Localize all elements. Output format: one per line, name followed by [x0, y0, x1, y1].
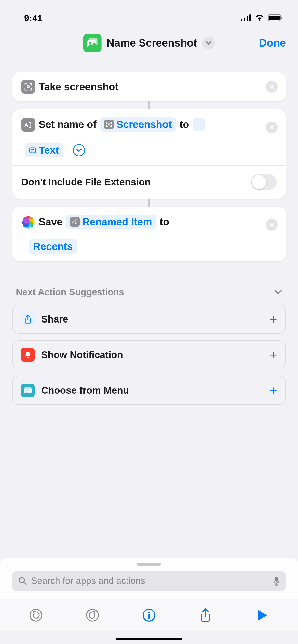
share-icon: [200, 608, 211, 623]
delete-action-button[interactable]: [266, 81, 278, 93]
svg-point-30: [30, 609, 42, 621]
variable-screenshot[interactable]: Screenshot: [100, 117, 176, 132]
add-suggestion-button[interactable]: +: [270, 312, 277, 327]
option-label: Don't Include File Extension: [21, 177, 151, 188]
add-suggestion-button[interactable]: +: [270, 383, 277, 398]
action-text: to: [160, 216, 169, 228]
action-text: Set name of: [39, 119, 97, 130]
search-field[interactable]: Search for apps and actions: [12, 571, 286, 591]
share-button[interactable]: [198, 608, 213, 623]
menu-icon: [21, 384, 35, 397]
delete-action-button[interactable]: [266, 122, 278, 133]
suggestion-label: Choose from Menu: [41, 385, 263, 396]
rename-token-icon: A: [70, 217, 80, 227]
suggestion-notification[interactable]: Show Notification +: [12, 340, 286, 369]
header: Name Screenshot Done: [0, 25, 298, 61]
header-title-group[interactable]: Name Screenshot: [83, 34, 215, 52]
close-icon: [269, 125, 274, 130]
suggestion-label: Show Notification: [41, 349, 263, 360]
option-file-extension: Don't Include File Extension: [12, 166, 286, 199]
text-token-icon: [29, 147, 36, 154]
variable-renamed-item[interactable]: A Renamed Item: [66, 215, 156, 229]
svg-rect-3: [249, 14, 251, 21]
svg-text:A: A: [72, 220, 74, 224]
run-button[interactable]: [254, 608, 270, 623]
svg-point-9: [89, 42, 91, 44]
variable-label: Text: [39, 144, 59, 156]
photos-icon: [21, 215, 35, 229]
undo-button[interactable]: [28, 608, 44, 623]
svg-rect-5: [269, 16, 280, 20]
svg-rect-16: [30, 148, 36, 153]
search-placeholder: Search for apps and actions: [31, 576, 269, 586]
battery-icon: [268, 14, 283, 21]
svg-rect-6: [281, 17, 282, 19]
title-chevron-button[interactable]: [202, 37, 215, 49]
search-icon: [18, 577, 27, 585]
file-extension-toggle[interactable]: [251, 174, 277, 190]
suggestions-section: Next Action Suggestions Share + Show Not…: [12, 287, 286, 405]
cellular-icon: [241, 14, 251, 21]
action-text: to: [180, 119, 189, 130]
connector: [148, 199, 150, 207]
svg-point-31: [87, 609, 98, 621]
wifi-icon: [255, 14, 264, 21]
play-icon: [256, 609, 268, 622]
svg-point-10: [27, 86, 30, 88]
variable-text[interactable]: Text: [25, 143, 63, 157]
close-icon: [269, 84, 274, 89]
variable-label: Screenshot: [116, 119, 172, 130]
action-label: Take screenshot: [39, 81, 118, 93]
expand-action-button[interactable]: [73, 144, 85, 156]
svg-rect-24: [24, 387, 32, 389]
suggestion-menu[interactable]: Choose from Menu +: [12, 376, 286, 405]
action-card-set-name[interactable]: A Set name of Screenshot to Text: [12, 109, 286, 199]
notification-icon: [21, 348, 35, 362]
album-label: Recents: [33, 241, 73, 252]
done-button[interactable]: Done: [259, 37, 286, 49]
svg-rect-29: [275, 577, 278, 582]
connector: [148, 101, 150, 109]
action-card-take-screenshot[interactable]: Take screenshot: [12, 72, 286, 101]
chevron-down-icon: [206, 41, 211, 45]
chevron-down-icon: [76, 149, 82, 152]
search-panel[interactable]: Search for apps and actions: [0, 558, 298, 599]
variable-label: Renamed Item: [82, 216, 152, 228]
delete-action-button[interactable]: [266, 219, 278, 231]
redo-button[interactable]: [85, 608, 100, 623]
main: Take screenshot A Set name of Screenshot…: [0, 61, 298, 405]
status-bar: 9:41: [0, 0, 298, 25]
suggestion-label: Share: [41, 314, 263, 325]
status-time: 9:41: [24, 13, 43, 23]
add-suggestion-button[interactable]: +: [270, 347, 277, 362]
svg-text:A: A: [24, 122, 28, 128]
close-icon: [269, 222, 274, 227]
toolbar: [0, 599, 298, 631]
undo-icon: [29, 608, 43, 622]
shortcut-icon: [83, 34, 102, 52]
info-button[interactable]: [141, 608, 157, 623]
svg-line-28: [24, 582, 26, 584]
svg-rect-0: [241, 19, 242, 21]
action-card-save[interactable]: Save A Renamed Item to Recents: [12, 207, 286, 261]
panel-grabber[interactable]: [137, 563, 161, 566]
status-right: [241, 14, 283, 21]
rename-icon: A: [21, 118, 35, 132]
mic-icon[interactable]: [273, 576, 280, 586]
info-icon: [142, 608, 156, 622]
action-text: Save: [39, 216, 62, 228]
svg-point-33: [148, 612, 150, 613]
home-indicator: [116, 638, 182, 640]
screenshot-token-icon: [104, 120, 114, 129]
destination-album[interactable]: Recents: [29, 239, 77, 254]
screenshot-icon: [21, 80, 35, 94]
svg-point-15: [108, 124, 110, 125]
name-value-field[interactable]: [193, 118, 205, 131]
suggestion-share[interactable]: Share +: [12, 305, 286, 334]
share-icon: [21, 312, 35, 326]
svg-rect-1: [244, 18, 245, 21]
page-title: Name Screenshot: [107, 37, 197, 49]
chevron-down-icon[interactable]: [274, 290, 282, 295]
suggestions-title: Next Action Suggestions: [16, 287, 124, 298]
svg-rect-2: [247, 16, 248, 21]
